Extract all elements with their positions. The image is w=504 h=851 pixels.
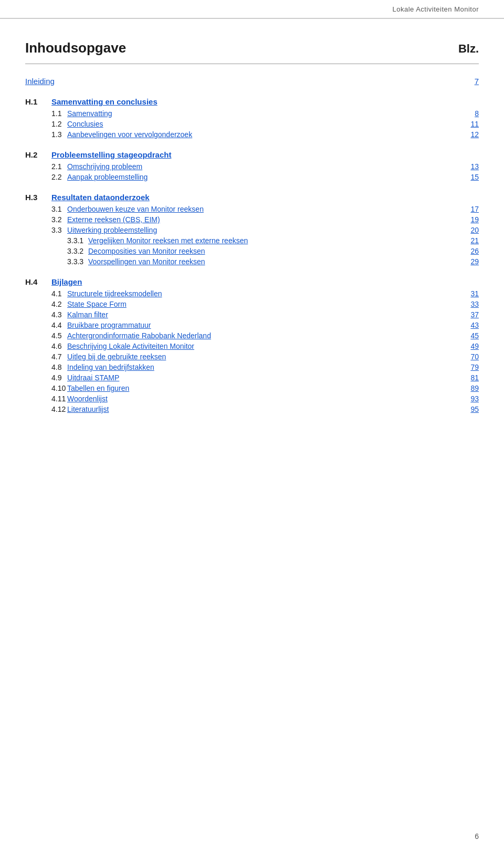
sub-3-3: 3.3 Uitwerking probleemstelling 20 (25, 226, 479, 234)
sub-4-12-page[interactable]: 95 (470, 405, 479, 413)
sub-1-3-title[interactable]: Aanbevelingen voor vervolgonderzoek (67, 130, 470, 139)
section-h3-header: H.3 Resultaten dataonderzoek (25, 193, 479, 202)
sub-1-3-number: 1.3 (25, 130, 67, 139)
sub-2-1-number: 2.1 (25, 162, 67, 171)
sub-1-1-title[interactable]: Samenvatting (67, 109, 475, 118)
sub-4-1-page[interactable]: 31 (470, 289, 479, 298)
sub-4-10-number: 4.10 (25, 384, 67, 392)
section-h2-title[interactable]: Probleemstelling stageopdracht (51, 150, 479, 159)
section-h4-header: H.4 Bijlagen (25, 277, 479, 286)
sub-4-1-title[interactable]: Structurele tijdreeksmodellen (67, 289, 470, 298)
sub-1-3-page[interactable]: 12 (470, 130, 479, 139)
sub-4-3-page[interactable]: 37 (470, 310, 479, 319)
sub-4-7-title[interactable]: Uitleg bij de gebruikte reeksen (67, 352, 470, 361)
sub-3-3-title[interactable]: Uitwerking probleemstelling (67, 226, 470, 234)
sub-1-2-page[interactable]: 11 (470, 120, 479, 128)
subsub-3-3-2-page[interactable]: 26 (470, 247, 479, 255)
sub-4-11-title[interactable]: Woordenlijst (67, 395, 470, 403)
sub-2-2-number: 2.2 (25, 173, 67, 181)
sub-3-3-page[interactable]: 20 (470, 226, 479, 234)
sub-4-2: 4.2 State Space Form 33 (25, 300, 479, 308)
toc-heading: Inhoudsopgave (25, 40, 126, 56)
sub-4-8-number: 4.8 (25, 363, 67, 371)
header-bar: Lokale Activiteiten Monitor (0, 0, 504, 19)
sub-1-1-page[interactable]: 8 (475, 109, 479, 118)
section-h2-header: H.2 Probleemstelling stageopdracht (25, 150, 479, 159)
sub-4-12-title[interactable]: Literatuurlijst (67, 405, 470, 413)
sub-4-2-page[interactable]: 33 (470, 300, 479, 308)
sub-3-1: 3.1 Onderbouwen keuze van Monitor reekse… (25, 205, 479, 213)
inleiding-link[interactable]: Inleiding (25, 77, 55, 86)
sub-1-2-number: 1.2 (25, 120, 67, 128)
page-content: Inhoudsopgave Blz. Inleiding 7 H.1 Samen… (0, 19, 504, 454)
sub-4-1: 4.1 Structurele tijdreeksmodellen 31 (25, 289, 479, 298)
sub-3-2-number: 3.2 (25, 215, 67, 224)
section-h4-title[interactable]: Bijlagen (51, 277, 479, 286)
sub-4-9-title[interactable]: Uitdraai STAMP (67, 373, 470, 382)
section-h3-number: H.3 (25, 193, 51, 202)
subsub-3-3-2-number: 3.3.2 (25, 247, 88, 255)
subsub-3-3-3-page[interactable]: 29 (470, 257, 479, 266)
subsub-3-3-3-title[interactable]: Voorspellingen van Monitor reeksen (88, 257, 470, 266)
sub-4-7: 4.7 Uitleg bij de gebruikte reeksen 70 (25, 352, 479, 361)
sub-1-2-title[interactable]: Conclusies (67, 120, 470, 128)
subsub-3-3-1-number: 3.3.1 (25, 236, 88, 245)
section-h1-header: H.1 Samenvatting en conclusies (25, 97, 479, 106)
sub-2-2-page[interactable]: 15 (470, 173, 479, 181)
sub-4-3-title[interactable]: Kalman filter (67, 310, 470, 319)
section-h3-title[interactable]: Resultaten dataonderzoek (51, 193, 479, 202)
sub-4-5-number: 4.5 (25, 331, 67, 340)
sub-4-2-title[interactable]: State Space Form (67, 300, 470, 308)
sub-4-10-title[interactable]: Tabellen en figuren (67, 384, 470, 392)
sub-4-2-number: 4.2 (25, 300, 67, 308)
sub-1-3: 1.3 Aanbevelingen voor vervolgonderzoek … (25, 130, 479, 139)
sub-4-7-page[interactable]: 70 (470, 352, 479, 361)
sub-4-12: 4.12 Literatuurlijst 95 (25, 405, 479, 413)
sub-3-3-number: 3.3 (25, 226, 67, 234)
sub-4-5: 4.5 Achtergrondinformatie Rabobank Neder… (25, 331, 479, 340)
sub-4-6-page[interactable]: 49 (470, 342, 479, 350)
sub-4-5-title[interactable]: Achtergrondinformatie Rabobank Nederland (67, 331, 470, 340)
sub-4-4-number: 4.4 (25, 321, 67, 329)
sub-4-8-page[interactable]: 79 (470, 363, 479, 371)
sub-1-1-number: 1.1 (25, 109, 67, 118)
sub-4-1-number: 4.1 (25, 289, 67, 298)
sub-1-1: 1.1 Samenvatting 8 (25, 109, 479, 118)
inleiding-page[interactable]: 7 (475, 77, 479, 86)
sub-4-6-title[interactable]: Beschrijving Lokale Activiteiten Monitor (67, 342, 470, 350)
blz-label: Blz. (458, 42, 479, 56)
sub-4-9-page[interactable]: 81 (470, 373, 479, 382)
sub-4-12-number: 4.12 (25, 405, 67, 413)
sub-3-1-page[interactable]: 17 (470, 205, 479, 213)
sub-4-5-page[interactable]: 45 (470, 331, 479, 340)
section-h1-number: H.1 (25, 97, 51, 106)
section-h3: H.3 Resultaten dataonderzoek 3.1 Onderbo… (25, 193, 479, 266)
sub-3-2-title[interactable]: Externe reeksen (CBS, EIM) (67, 215, 470, 224)
sub-4-10-page[interactable]: 89 (470, 384, 479, 392)
sub-2-1-title[interactable]: Omschrijving probleem (67, 162, 470, 171)
subsub-3-3-2-title[interactable]: Decomposities van Monitor reeksen (88, 247, 470, 255)
section-h1-title[interactable]: Samenvatting en conclusies (51, 97, 479, 106)
sub-4-11-number: 4.11 (25, 395, 67, 403)
sub-4-4-title[interactable]: Bruikbare programmatuur (67, 321, 470, 329)
subsub-3-3-3: 3.3.3 Voorspellingen van Monitor reeksen… (25, 257, 479, 266)
sub-3-2-page[interactable]: 19 (470, 215, 479, 224)
sub-3-2: 3.2 Externe reeksen (CBS, EIM) 19 (25, 215, 479, 224)
header-title: Lokale Activiteiten Monitor (392, 5, 479, 13)
toc-inleiding-row: Inleiding 7 (25, 77, 479, 86)
subsub-3-3-1: 3.3.1 Vergelijken Monitor reeksen met ex… (25, 236, 479, 245)
sub-3-1-title[interactable]: Onderbouwen keuze van Monitor reeksen (67, 205, 470, 213)
sub-2-1: 2.1 Omschrijving probleem 13 (25, 162, 479, 171)
sub-4-9: 4.9 Uitdraai STAMP 81 (25, 373, 479, 382)
section-h1: H.1 Samenvatting en conclusies 1.1 Samen… (25, 97, 479, 139)
sub-2-1-page[interactable]: 13 (470, 162, 479, 171)
sub-4-11-page[interactable]: 93 (470, 395, 479, 403)
sub-2-2-title[interactable]: Aanpak probleemstelling (67, 173, 470, 181)
sub-4-4-page[interactable]: 43 (470, 321, 479, 329)
subsub-3-3-1-page[interactable]: 21 (470, 236, 479, 245)
sub-4-8-title[interactable]: Indeling van bedrijfstakken (67, 363, 470, 371)
section-h4-number: H.4 (25, 277, 51, 286)
sub-2-2: 2.2 Aanpak probleemstelling 15 (25, 173, 479, 181)
sub-4-11: 4.11 Woordenlijst 93 (25, 395, 479, 403)
subsub-3-3-1-title[interactable]: Vergelijken Monitor reeksen met externe … (88, 236, 470, 245)
